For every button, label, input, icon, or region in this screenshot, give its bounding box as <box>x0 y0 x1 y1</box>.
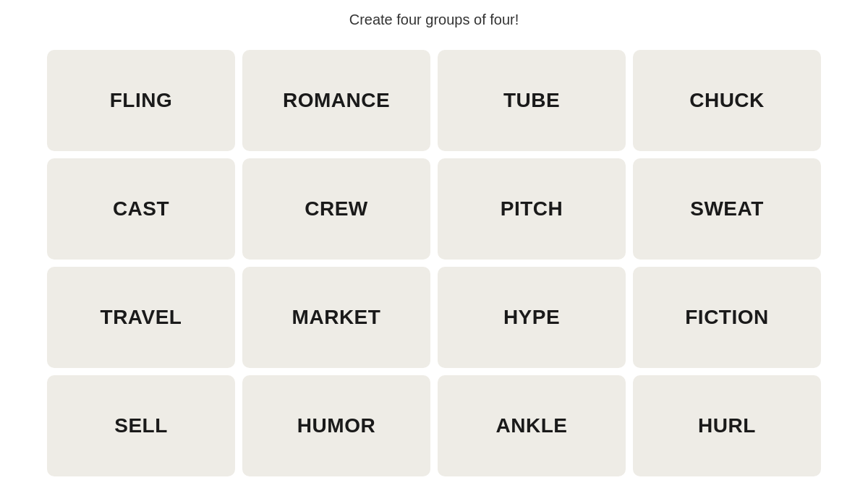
tile-ankle[interactable]: ANKLE <box>438 375 626 476</box>
tile-pitch[interactable]: PITCH <box>438 158 626 260</box>
tile-label-cast: CAST <box>113 197 169 221</box>
page-subtitle: Create four groups of four! <box>349 12 519 28</box>
tile-label-ankle: ANKLE <box>496 414 568 437</box>
tile-label-humor: HUMOR <box>297 414 375 437</box>
tile-market[interactable]: MARKET <box>242 267 430 368</box>
tile-cast[interactable]: CAST <box>47 158 235 260</box>
tile-crew[interactable]: CREW <box>242 158 430 260</box>
tile-label-travel: TRAVEL <box>101 306 182 329</box>
tile-label-sell: SELL <box>114 414 168 437</box>
tile-label-romance: ROMANCE <box>283 89 390 112</box>
tile-label-chuck: CHUCK <box>689 89 765 112</box>
tile-label-sweat: SWEAT <box>690 197 764 221</box>
tile-label-tube: TUBE <box>503 89 560 112</box>
tile-humor[interactable]: HUMOR <box>242 375 430 476</box>
tile-tube[interactable]: TUBE <box>438 50 626 151</box>
tile-chuck[interactable]: CHUCK <box>633 50 821 151</box>
tile-label-hurl: HURL <box>698 414 756 437</box>
tile-fiction[interactable]: FICTION <box>633 267 821 368</box>
tile-hurl[interactable]: HURL <box>633 375 821 476</box>
tile-label-fling: FLING <box>110 89 173 112</box>
tile-sell[interactable]: SELL <box>47 375 235 476</box>
tile-travel[interactable]: TRAVEL <box>47 267 235 368</box>
tile-label-fiction: FICTION <box>685 306 769 329</box>
tile-label-pitch: PITCH <box>501 197 563 221</box>
tile-label-crew: CREW <box>305 197 368 221</box>
word-grid: FLINGROMANCETUBECHUCKCASTCREWPITCHSWEATT… <box>47 50 821 476</box>
tile-label-market: MARKET <box>292 306 381 329</box>
tile-label-hype: HYPE <box>503 306 560 329</box>
tile-sweat[interactable]: SWEAT <box>633 158 821 260</box>
tile-romance[interactable]: ROMANCE <box>242 50 430 151</box>
tile-fling[interactable]: FLING <box>47 50 235 151</box>
tile-hype[interactable]: HYPE <box>438 267 626 368</box>
